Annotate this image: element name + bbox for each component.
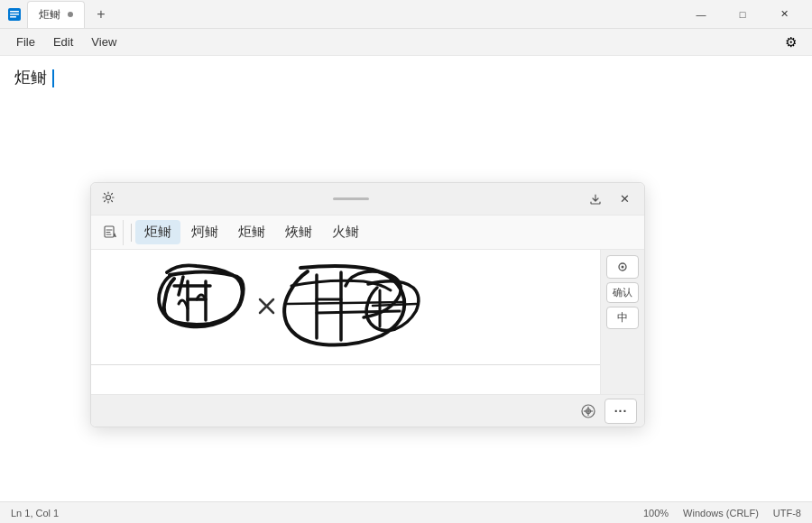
- action-sidebar: 确认 中: [601, 250, 644, 394]
- svg-rect-1: [10, 11, 19, 13]
- status-bar: Ln 1, Col 1 100% Windows (CRLF) UTF-8: [0, 501, 812, 523]
- status-position: Ln 1, Col 1: [11, 508, 643, 518]
- candidate-bar: 炬鲥 炣鲥 炬鲥 烣鲥 火鲥: [91, 216, 644, 250]
- line-ending[interactable]: Windows (CRLF): [683, 508, 759, 518]
- svg-point-7: [622, 266, 624, 269]
- text-cursor: [52, 69, 54, 87]
- maximize-button[interactable]: □: [722, 0, 763, 29]
- handwriting-mode-icon[interactable]: [98, 220, 124, 245]
- panel-drag-handle: [118, 197, 583, 200]
- candidate-item-4[interactable]: 火鲥: [323, 220, 368, 244]
- eraser-button[interactable]: [576, 399, 601, 424]
- panel-title-bar: ✕: [91, 183, 644, 216]
- writing-baseline: [91, 364, 600, 365]
- candidate-divider: [131, 224, 132, 242]
- candidate-item-1[interactable]: 炣鲥: [182, 220, 227, 244]
- title-bar-left: 炬鲥 +: [7, 1, 680, 28]
- editor-area[interactable]: 炬鲥: [0, 56, 812, 501]
- file-menu[interactable]: File: [7, 32, 44, 52]
- handwriting-strokes: [91, 250, 600, 394]
- panel-close-button[interactable]: ✕: [612, 187, 637, 212]
- svg-rect-3: [10, 16, 16, 18]
- confirm-button[interactable]: 确认: [606, 282, 639, 303]
- drag-indicator: [333, 197, 369, 200]
- panel-download-button[interactable]: [583, 187, 608, 212]
- panel-controls: ✕: [583, 187, 637, 212]
- new-tab-button[interactable]: +: [88, 2, 114, 27]
- preview-button[interactable]: [606, 255, 639, 279]
- svg-point-4: [106, 196, 111, 200]
- active-tab[interactable]: 炬鲥: [27, 1, 85, 28]
- panel-settings-icon[interactable]: [98, 189, 118, 208]
- app-icon: [7, 7, 22, 22]
- settings-button[interactable]: ⚙: [776, 30, 805, 55]
- candidate-item-2[interactable]: 炬鲥: [229, 220, 274, 244]
- edit-menu[interactable]: Edit: [44, 32, 82, 52]
- menu-bar: File Edit View ⚙: [0, 29, 812, 56]
- canvas-container: 确认 中: [91, 250, 644, 394]
- window-controls: — □ ✕: [680, 0, 805, 29]
- minimize-button[interactable]: —: [680, 0, 722, 29]
- encoding[interactable]: UTF-8: [773, 508, 801, 518]
- close-button[interactable]: ✕: [763, 0, 805, 29]
- menu-bar-right: ⚙: [776, 30, 805, 55]
- more-options-button[interactable]: ···: [604, 399, 637, 424]
- drawing-area[interactable]: [91, 250, 601, 394]
- view-menu[interactable]: View: [82, 32, 125, 52]
- svg-rect-2: [10, 14, 19, 15]
- tab-unsaved-dot: [68, 12, 73, 17]
- handwriting-panel: ✕ 炬鲥 炣鲥 炬鲥 烣鲥 火鲥: [90, 182, 645, 427]
- zoom-level[interactable]: 100%: [643, 508, 669, 518]
- chinese-mode-button[interactable]: 中: [606, 307, 639, 329]
- title-bar: 炬鲥 + — □ ✕: [0, 0, 812, 29]
- candidate-item-3[interactable]: 烣鲥: [276, 220, 321, 244]
- panel-bottom-toolbar: ···: [91, 394, 644, 427]
- cursor-position: Ln 1, Col 1: [11, 508, 59, 518]
- tab-title: 炬鲥: [39, 7, 60, 23]
- candidate-item-0[interactable]: 炬鲥: [135, 220, 180, 244]
- editor-content: 炬鲥: [14, 69, 47, 87]
- notepad-window: 炬鲥 + — □ ✕ File Edit View ⚙ 炬鲥: [0, 0, 812, 523]
- status-right: 100% Windows (CRLF) UTF-8: [643, 508, 801, 518]
